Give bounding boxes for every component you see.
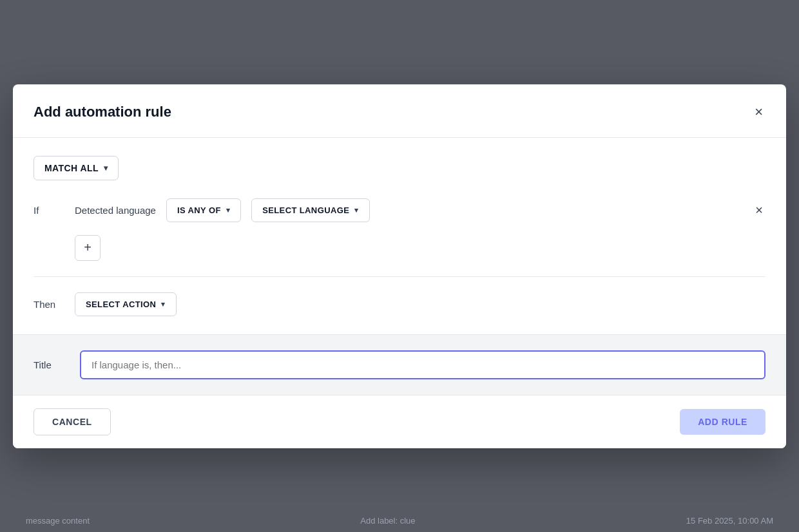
close-button[interactable]: × xyxy=(752,102,765,122)
field-label: Detected language xyxy=(75,205,156,216)
select-action-dropdown[interactable]: SELECT ACTION ▾ xyxy=(75,292,177,316)
match-all-label: MATCH ALL xyxy=(44,163,99,173)
title-section: Title xyxy=(13,334,786,395)
operator-dropdown[interactable]: IS ANY OF ▾ xyxy=(166,198,241,222)
divider xyxy=(34,276,765,277)
match-chevron-icon: ▾ xyxy=(104,164,108,173)
match-all-dropdown[interactable]: MATCH ALL ▾ xyxy=(34,156,119,180)
value-dropdown[interactable]: SELECT LANGUAGE ▾ xyxy=(251,198,370,222)
title-input[interactable] xyxy=(80,350,765,379)
action-section: Then SELECT ACTION ▾ xyxy=(34,292,765,316)
modal-header: Add automation rule × xyxy=(13,84,786,138)
bg-left: message content xyxy=(26,516,90,526)
value-chevron-icon: ▾ xyxy=(354,206,358,214)
modal-body: MATCH ALL ▾ If Detected language IS ANY … xyxy=(13,138,786,334)
modal: Add automation rule × MATCH ALL ▾ If Det… xyxy=(13,84,786,448)
title-label: Title xyxy=(34,359,64,370)
delete-icon: × xyxy=(755,203,763,218)
background-overlay: Add automation rule × MATCH ALL ▾ If Det… xyxy=(0,0,799,532)
add-rule-button[interactable]: ADD RULE xyxy=(680,409,765,435)
then-label: Then xyxy=(34,299,64,310)
add-condition-button[interactable]: + xyxy=(75,235,101,261)
modal-actions: CANCEL ADD RULE xyxy=(13,395,786,448)
condition-row: If Detected language IS ANY OF ▾ SELECT … xyxy=(34,198,765,222)
modal-title: Add automation rule xyxy=(34,104,171,120)
bg-right: 15 Feb 2025, 10:00 AM xyxy=(686,516,773,526)
conditions-section: If Detected language IS ANY OF ▾ SELECT … xyxy=(34,198,765,261)
match-section: MATCH ALL ▾ xyxy=(34,156,765,180)
title-row: Title xyxy=(34,350,765,379)
bg-center: Add label: clue xyxy=(360,516,415,526)
condition-delete-button[interactable]: × xyxy=(753,200,765,220)
action-chevron-icon: ▾ xyxy=(161,300,165,309)
cancel-button[interactable]: CANCEL xyxy=(34,408,111,435)
operator-chevron-icon: ▾ xyxy=(226,206,230,214)
value-label: SELECT LANGUAGE xyxy=(262,205,349,215)
select-action-label: SELECT ACTION xyxy=(86,299,156,309)
if-label: If xyxy=(34,205,64,216)
background-text: message content Add label: clue 15 Feb 2… xyxy=(0,516,799,526)
operator-label: IS ANY OF xyxy=(177,205,221,215)
